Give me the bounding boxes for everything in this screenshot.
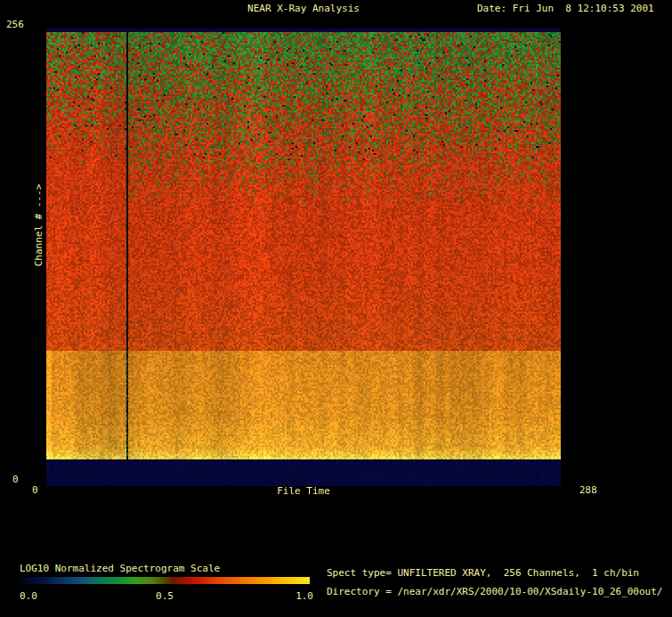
colorbar-tick-min: 0.0 <box>20 591 37 602</box>
spect-type-label: Spect type= UNFILTERED XRAY, 256 Channel… <box>327 568 639 579</box>
x-axis-max-label: 288 <box>579 485 597 496</box>
x-axis-min-label: 0 <box>32 485 38 496</box>
colorbar-tick-max: 1.0 <box>296 591 313 602</box>
y-axis-title: Channel # ---> <box>34 184 45 267</box>
colorbar-title: LOG10 Normalized Spectrogram Scale <box>20 564 220 574</box>
spectrogram-image <box>46 28 561 486</box>
y-axis-min-label: 0 <box>12 475 19 485</box>
x-axis-title: File Time <box>46 486 561 497</box>
colorbar-tick-mid: 0.5 <box>156 591 174 602</box>
app-window: NEAR X-Ray Analysis Date: Fri Jun 8 12:1… <box>0 0 672 617</box>
directory-label: Directory = /near/xdr/XRS/2000/10-00/XSd… <box>327 587 663 597</box>
date-label: Date: Fri Jun 8 12:10:53 2001 <box>477 4 654 14</box>
colorbar-gradient <box>20 577 310 584</box>
y-axis-max-label: 256 <box>6 20 24 30</box>
